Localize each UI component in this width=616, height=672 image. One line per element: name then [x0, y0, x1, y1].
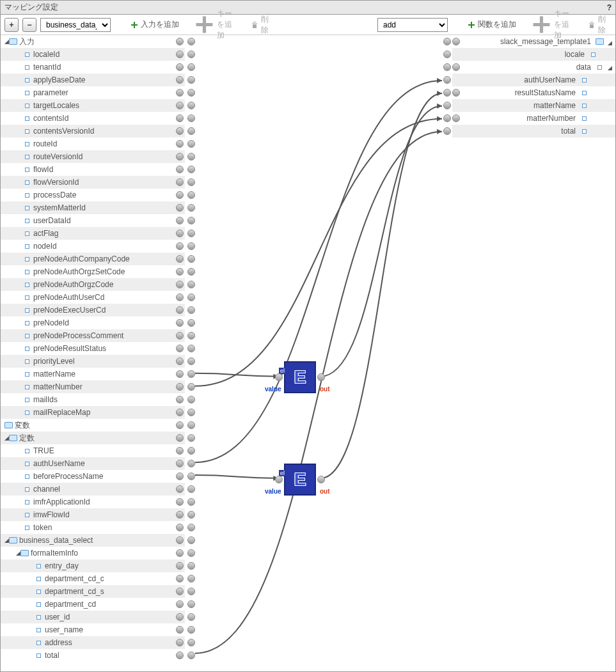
left-port-outer[interactable] — [176, 268, 184, 276]
left-tree-row[interactable]: tenantId — [1, 61, 185, 74]
add-key-button[interactable]: キーを追加 — [189, 18, 241, 32]
left-tree-row[interactable]: preNodeProcessComment — [1, 329, 185, 342]
left-tree-row[interactable]: userDataId — [1, 214, 185, 227]
left-tree-row[interactable]: user_id — [1, 611, 185, 623]
left-port-outer[interactable] — [176, 639, 184, 646]
left-port-outer[interactable] — [176, 255, 184, 263]
left-port-outer[interactable] — [176, 524, 184, 531]
left-port[interactable] — [187, 613, 195, 621]
left-tree-row[interactable]: routeVersionId — [1, 150, 185, 163]
left-tree-row[interactable]: contentsVersionId — [1, 125, 185, 137]
left-port[interactable] — [187, 536, 195, 544]
left-tree-row[interactable]: ◢定数 — [1, 432, 185, 444]
left-port[interactable] — [187, 562, 195, 570]
fn-in-port[interactable] — [275, 373, 283, 381]
left-port[interactable] — [187, 383, 195, 391]
left-port-outer[interactable] — [176, 396, 184, 403]
left-port-outer[interactable] — [176, 89, 184, 97]
left-tree-row[interactable]: flowId — [1, 163, 185, 176]
left-port-outer[interactable] — [176, 345, 184, 352]
function-node[interactable]: Eel — [284, 464, 316, 496]
left-port-outer[interactable] — [176, 38, 184, 45]
left-port[interactable] — [187, 460, 195, 467]
left-port-outer[interactable] — [176, 114, 184, 122]
right-tree-row[interactable]: data ◢ — [452, 61, 615, 74]
right-port[interactable] — [443, 89, 451, 97]
left-tree-row[interactable]: applyBaseDate — [1, 74, 185, 86]
left-tree-row[interactable]: routeId — [1, 137, 185, 150]
left-port[interactable] — [187, 217, 195, 224]
left-tree-row[interactable]: contentsId — [1, 112, 185, 125]
left-tree-row[interactable]: nodeId — [1, 240, 185, 253]
left-port[interactable] — [187, 319, 195, 327]
left-tree-row[interactable]: preNodeId — [1, 316, 185, 329]
left-port[interactable] — [187, 51, 195, 58]
function-node[interactable]: Eel — [284, 361, 316, 393]
left-port[interactable] — [187, 396, 195, 403]
left-port-outer[interactable] — [176, 293, 184, 301]
left-port-outer[interactable] — [176, 153, 184, 160]
left-port-outer[interactable] — [176, 140, 184, 148]
left-tree-row[interactable]: total — [1, 649, 185, 662]
add-input-button[interactable]: 入力を追加 — [125, 18, 185, 32]
left-port[interactable] — [187, 191, 195, 199]
left-port-outer[interactable] — [176, 549, 184, 557]
left-port-outer[interactable] — [176, 434, 184, 442]
left-port-outer[interactable] — [176, 536, 184, 544]
left-port-outer[interactable] — [176, 652, 184, 659]
right-port[interactable] — [443, 127, 451, 135]
collapse-all-button[interactable]: − — [22, 18, 36, 32]
left-tree-row[interactable]: priorityLevel — [1, 355, 185, 368]
left-tree-row[interactable]: preNodeResultStatus — [1, 342, 185, 355]
left-tree-row[interactable]: department_cd_s — [1, 585, 185, 598]
left-port-outer[interactable] — [176, 473, 184, 480]
left-port[interactable] — [187, 281, 195, 288]
left-port-outer[interactable] — [176, 498, 184, 506]
left-tree-row[interactable]: department_cd — [1, 598, 185, 611]
left-port[interactable] — [187, 114, 195, 122]
left-port[interactable] — [187, 575, 195, 582]
left-tree-row[interactable]: parameter — [1, 86, 185, 99]
expand-icon[interactable]: ◢ — [4, 38, 9, 45]
left-tree-row[interactable]: preNodeAuthOrgzSetCode — [1, 265, 185, 278]
right-port[interactable] — [443, 114, 451, 122]
left-tree-row[interactable]: TRUE — [1, 444, 185, 457]
left-tree-row[interactable]: address — [1, 636, 185, 649]
right-tree-row[interactable]: authUserName — [452, 74, 615, 86]
right-port[interactable] — [443, 76, 451, 84]
left-port-outer[interactable] — [176, 588, 184, 595]
expand-icon[interactable]: ◢ — [606, 40, 613, 46]
left-port[interactable] — [187, 332, 195, 340]
left-port-outer[interactable] — [176, 511, 184, 519]
left-port[interactable] — [187, 102, 195, 109]
left-tree-row[interactable]: entry_day — [1, 559, 185, 572]
left-tree-row[interactable]: authUserName — [1, 457, 185, 470]
left-port-outer[interactable] — [176, 409, 184, 416]
left-tree-row[interactable]: localeId — [1, 48, 185, 61]
left-tree-row[interactable]: ◢formaItemInfo — [1, 547, 185, 559]
left-port[interactable] — [187, 166, 195, 173]
expand-icon[interactable]: ◢ — [4, 537, 9, 543]
left-port[interactable] — [187, 498, 195, 506]
expand-icon[interactable]: ◢ — [606, 65, 613, 71]
left-port[interactable] — [187, 255, 195, 263]
left-port[interactable] — [187, 140, 195, 148]
left-port-outer[interactable] — [176, 178, 184, 186]
left-port-outer[interactable] — [176, 191, 184, 199]
left-port-outer[interactable] — [176, 383, 184, 391]
left-port-outer[interactable] — [176, 63, 184, 71]
left-tree-row[interactable]: department_cd_c — [1, 572, 185, 585]
left-port-outer[interactable] — [176, 626, 184, 634]
fn-out-port[interactable] — [317, 476, 325, 483]
left-port[interactable] — [187, 153, 195, 160]
right-port[interactable] — [443, 51, 451, 58]
add-key-button-2[interactable]: キーを追加 — [526, 18, 578, 32]
right-tree-row[interactable]: slack_message_template1 ◢ — [452, 35, 615, 48]
left-port-outer[interactable] — [176, 370, 184, 378]
right-tree-row[interactable]: matterNumber — [452, 112, 615, 125]
right-port[interactable] — [443, 63, 451, 71]
left-port[interactable] — [187, 268, 195, 276]
left-tree-row[interactable]: preNodeAuthOrgzCode — [1, 278, 185, 291]
left-port-outer[interactable] — [176, 562, 184, 570]
left-port[interactable] — [187, 447, 195, 455]
